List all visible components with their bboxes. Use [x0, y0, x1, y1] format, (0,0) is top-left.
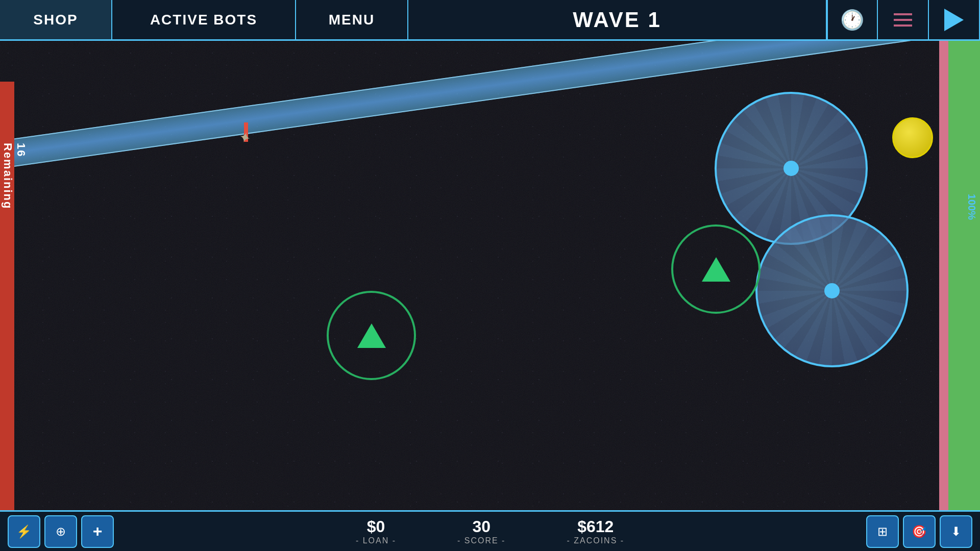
- shop-button[interactable]: SHOP: [0, 0, 112, 39]
- crosshair-icon: ⊕: [56, 524, 66, 539]
- bottom-stats: $0 - LOAN - 30 - SCORE - $612 - ZACOINS …: [121, 517, 859, 545]
- loan-label: - LOAN -: [356, 536, 396, 545]
- lightning-icon: ⚡: [16, 524, 32, 539]
- hamburger-icon: [894, 13, 912, 27]
- plus-button[interactable]: +: [81, 515, 114, 548]
- game-area[interactable]: 16 Remaining 100% ✦: [0, 41, 980, 510]
- menu-label: MENU: [329, 12, 375, 28]
- zacoins-stat: $612 - ZACOINS -: [567, 517, 624, 545]
- yellow-indicator: [892, 117, 933, 158]
- menu-button[interactable]: MENU: [296, 0, 408, 39]
- score-value: 30: [472, 517, 491, 536]
- loan-stat: $0 - LOAN -: [356, 517, 396, 545]
- target-button[interactable]: 🎯: [903, 515, 936, 548]
- clock-icon: 🕐: [840, 9, 865, 31]
- right-green-bar: 100%: [948, 41, 980, 510]
- top-navigation: SHOP ACTIVE BOTS MENU Wave 1 🕐: [0, 0, 980, 41]
- bottom-bar: ⚡ ⊕ + $0 - LOAN - 30 - SCORE - $612 - ZA…: [0, 510, 980, 551]
- bot-body: ✦: [239, 125, 259, 145]
- remaining-text: 16 Remaining: [1, 143, 28, 209]
- bot-star-icon: ✦: [237, 128, 253, 147]
- turret-2: [755, 214, 909, 367]
- player-1-triangle: [702, 257, 730, 282]
- score-stat: 30 - SCORE -: [457, 517, 505, 545]
- shop-label: SHOP: [33, 12, 78, 28]
- percent-value: 100%: [966, 194, 977, 220]
- enemy-bot: ✦: [239, 125, 259, 145]
- remaining-label: Remaining: [2, 143, 14, 209]
- clock-button[interactable]: 🕐: [827, 0, 878, 39]
- remaining-count: 16: [15, 143, 28, 157]
- play-button[interactable]: [929, 0, 980, 39]
- bottom-left-buttons: ⚡ ⊕ +: [0, 515, 121, 548]
- target-icon: 🎯: [912, 524, 927, 539]
- lightning-button[interactable]: ⚡: [8, 515, 40, 548]
- turret-1-dot: [783, 161, 799, 176]
- download-icon: ⬇: [951, 524, 961, 539]
- wave-display: Wave 1: [408, 0, 827, 39]
- zacoins-label: - ZACOINS -: [567, 536, 624, 545]
- wave-label: Wave 1: [573, 8, 662, 32]
- hamburger-button[interactable]: [878, 0, 929, 39]
- grid-button[interactable]: ⊞: [866, 515, 899, 548]
- grid-icon: ⊞: [877, 524, 888, 539]
- active-bots-label: ACTIVE BOTS: [150, 12, 257, 28]
- play-icon: [944, 9, 964, 31]
- turret-2-dot: [824, 283, 840, 298]
- player-bot-1: [671, 224, 761, 314]
- score-label: - SCORE -: [457, 536, 505, 545]
- percent-text: 100%: [966, 194, 977, 220]
- player-bot-2: [327, 291, 416, 380]
- crosshair-button[interactable]: ⊕: [44, 515, 77, 548]
- bottom-right-buttons: ⊞ 🎯 ⬇: [859, 515, 980, 548]
- active-bots-button[interactable]: ACTIVE BOTS: [112, 0, 296, 39]
- right-pink-bar: [939, 41, 948, 510]
- download-button[interactable]: ⬇: [940, 515, 972, 548]
- plus-icon: +: [93, 522, 103, 541]
- zacoins-value: $612: [577, 517, 614, 536]
- player-2-triangle: [357, 323, 386, 348]
- loan-value: $0: [367, 517, 385, 536]
